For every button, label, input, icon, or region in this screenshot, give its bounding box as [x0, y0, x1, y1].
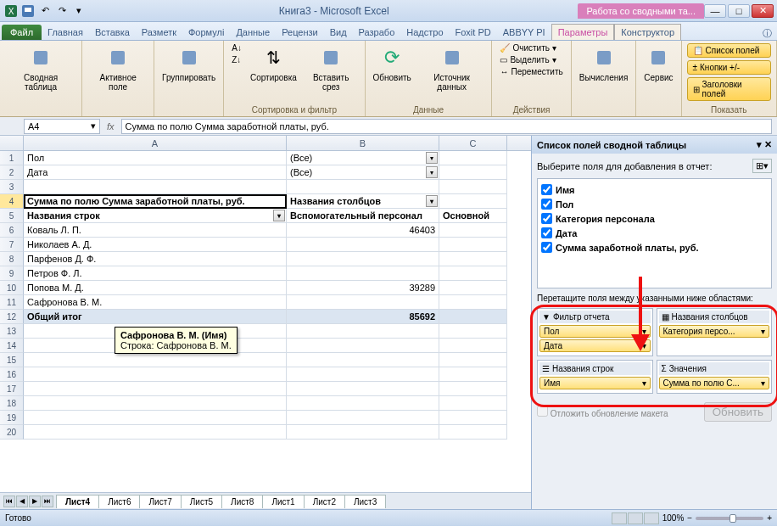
sheet-prev-icon[interactable]: ◀	[16, 496, 28, 507]
cell-A9[interactable]: Петров Ф. Л.	[24, 266, 287, 281]
sheet-tab[interactable]: Лист1	[262, 495, 304, 508]
field-item[interactable]: Имя	[541, 182, 768, 197]
select-button[interactable]: ▭Выделить ▾	[497, 54, 565, 65]
sheet-tab[interactable]: Лист8	[221, 495, 263, 508]
row-5[interactable]: 5	[0, 209, 24, 223]
cell-A8[interactable]: Парфенов Д. Ф.	[24, 252, 287, 266]
row-9[interactable]: 9	[0, 266, 24, 281]
cell-C18[interactable]	[439, 396, 507, 411]
cell-C10[interactable]	[439, 281, 507, 295]
cell-A10[interactable]: Попова М. Д.	[24, 281, 287, 295]
cell-B2[interactable]: (Все)▾	[287, 165, 439, 180]
col-B[interactable]: B	[287, 136, 439, 150]
row-10[interactable]: 10	[0, 281, 24, 295]
cell-C4[interactable]	[439, 194, 507, 209]
normal-view-icon[interactable]	[612, 512, 627, 524]
tab-addins[interactable]: Надстро	[400, 25, 449, 40]
col-A[interactable]: A	[24, 136, 287, 150]
row-19[interactable]: 19	[0, 411, 24, 425]
filter-dropdown-icon[interactable]: ▾	[273, 210, 285, 221]
row-18[interactable]: 18	[0, 396, 24, 411]
zoom-slider[interactable]	[696, 517, 763, 520]
row-8[interactable]: 8	[0, 252, 24, 266]
cell-A2[interactable]: Дата	[24, 165, 287, 180]
cell-B7[interactable]	[287, 238, 439, 252]
cell-B12[interactable]: 85692	[287, 310, 439, 324]
cell-C12[interactable]	[439, 310, 507, 324]
sheet-last-icon[interactable]: ⏭	[42, 496, 53, 507]
cell-C2[interactable]	[439, 165, 507, 180]
cell-C3[interactable]	[439, 180, 507, 194]
area-values[interactable]: ΣЗначения Сумма по полю С...▾	[657, 360, 773, 394]
cell-A5[interactable]: Названия строк▾	[24, 209, 287, 223]
pagebreak-view-icon[interactable]	[644, 512, 659, 524]
tab-insert[interactable]: Вставка	[89, 25, 136, 40]
cell-C5[interactable]: Основной	[439, 209, 507, 223]
tab-foxit[interactable]: Foxit PD	[450, 25, 497, 40]
cell-B13[interactable]	[287, 324, 439, 339]
cell-A17[interactable]	[24, 382, 287, 396]
undo-icon[interactable]: ↶	[37, 3, 53, 19]
sheet-next-icon[interactable]: ▶	[29, 496, 41, 507]
cell-C16[interactable]	[439, 367, 507, 382]
cell-C14[interactable]	[439, 339, 507, 353]
col-C[interactable]: C	[439, 136, 507, 150]
field-item[interactable]: Дата	[541, 226, 768, 240]
tools-button[interactable]: Сервис	[641, 42, 675, 84]
sort-button[interactable]: ⇅Сортировка	[248, 42, 299, 84]
row-1[interactable]: 1	[0, 151, 24, 165]
sheet-first-icon[interactable]: ⏮	[3, 496, 15, 507]
cell-A12[interactable]: Общий итог	[24, 310, 287, 324]
cell-C20[interactable]	[439, 425, 507, 440]
area-columns[interactable]: ▦Названия столбцов Категория персо...▾	[657, 308, 773, 356]
cell-C15[interactable]	[439, 353, 507, 367]
row-6[interactable]: 6	[0, 223, 24, 238]
tab-developer[interactable]: Разрабо	[353, 25, 401, 40]
fieldlist-toggle[interactable]: 📋Список полей	[687, 43, 771, 58]
redo-icon[interactable]: ↷	[54, 3, 70, 19]
fieldlist-close-icon[interactable]: ✕	[764, 139, 772, 149]
cell-B4[interactable]: Названия столбцов▾	[287, 194, 439, 209]
cell-C11[interactable]	[439, 295, 507, 310]
cell-C19[interactable]	[439, 411, 507, 425]
datasource-button[interactable]: Источник данных	[417, 42, 487, 93]
cell-A20[interactable]	[24, 425, 287, 440]
tab-home[interactable]: Главная	[42, 25, 89, 40]
sheet-tab[interactable]: Лист3	[344, 495, 386, 508]
refresh-button[interactable]: ⟳Обновить	[371, 42, 414, 84]
pivottable-button[interactable]: Сводная таблица	[5, 42, 76, 93]
field-item[interactable]: Сумма заработной платы, руб.	[541, 240, 768, 255]
tab-view[interactable]: Вид	[324, 25, 353, 40]
zoom-out-icon[interactable]: −	[687, 513, 692, 523]
cell-A4[interactable]: Сумма по полю Сумма заработной платы, ру…	[24, 194, 287, 209]
close-button[interactable]: ✕	[752, 4, 774, 18]
area-item[interactable]: Сумма по полю С...▾	[659, 377, 770, 389]
cell-A18[interactable]	[24, 396, 287, 411]
cell-B20[interactable]	[287, 425, 439, 440]
field-checkbox[interactable]	[541, 227, 552, 238]
tab-design[interactable]: Конструктор	[614, 24, 681, 40]
cell-A7[interactable]: Николаев А. Д.	[24, 238, 287, 252]
fx-icon[interactable]: fx	[100, 121, 121, 132]
cell-C17[interactable]	[439, 382, 507, 396]
sheet-tab[interactable]: Лист2	[304, 495, 345, 508]
cell-B17[interactable]	[287, 382, 439, 396]
select-all-corner[interactable]	[0, 136, 24, 150]
cell-B11[interactable]	[287, 295, 439, 310]
cell-A6[interactable]: Коваль Л. П.	[24, 223, 287, 238]
move-button[interactable]: ↔Переместить	[497, 66, 565, 77]
cell-C1[interactable]	[439, 151, 507, 165]
sort-asc-button[interactable]: A↓	[229, 42, 244, 53]
row-20[interactable]: 20	[0, 425, 24, 440]
field-checkbox[interactable]	[541, 184, 552, 195]
sheet-tab[interactable]: Лист4	[56, 495, 99, 508]
row-17[interactable]: 17	[0, 382, 24, 396]
filter-dropdown-icon[interactable]: ▾	[426, 152, 438, 164]
field-checkbox[interactable]	[541, 242, 552, 253]
help-icon[interactable]: ⓘ	[757, 27, 777, 40]
qat-dropdown-icon[interactable]: ▾	[71, 3, 87, 19]
field-item[interactable]: Категория персонала	[541, 211, 768, 226]
cell-C6[interactable]	[439, 223, 507, 238]
active-field-button[interactable]: Активное поле	[87, 42, 148, 93]
cell-A15[interactable]	[24, 353, 287, 367]
